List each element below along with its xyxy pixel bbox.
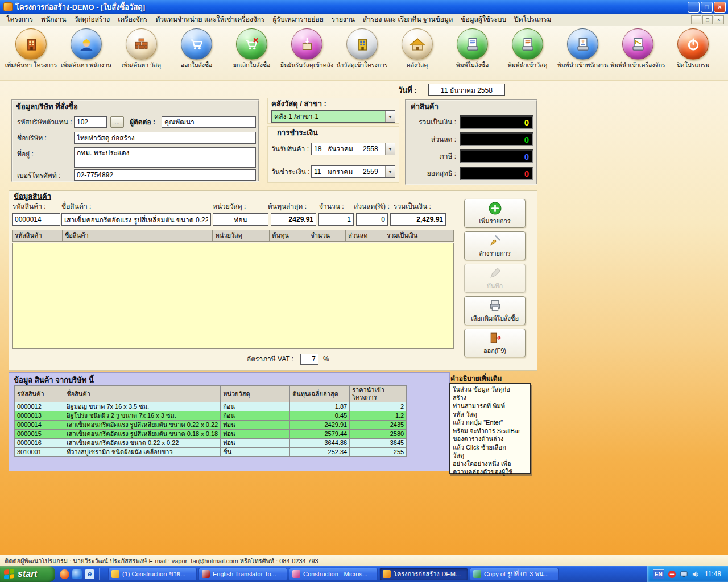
- order-items-body[interactable]: [12, 243, 454, 349]
- toolbar-add-search-project[interactable]: เพิ่ม/ค้นหา โครงการ: [3, 28, 59, 69]
- company-name-field[interactable]: [74, 132, 256, 144]
- toolbar-print-material-import[interactable]: พิมพ์นำเข้าวัสดุ: [500, 28, 555, 69]
- company-code-field[interactable]: [74, 116, 107, 128]
- company-products-title: ข้อมูล สินค้า จากบริษัท นี้: [14, 374, 94, 386]
- menu-close-program[interactable]: ปิดโปรแกรม: [510, 14, 555, 25]
- browse-company-button[interactable]: ...: [110, 116, 124, 128]
- taskbar-window-construction-app[interactable]: โครงการก่อสร้าง-DEM...: [379, 568, 468, 581]
- print-po-icon: [457, 28, 488, 60]
- menu-machine[interactable]: เครื่องจักร: [114, 14, 151, 25]
- internet-explorer-icon[interactable]: e: [85, 569, 94, 579]
- start-button[interactable]: start: [0, 566, 55, 582]
- date-field[interactable]: 11 ธันวาคม 2558: [428, 84, 505, 96]
- menu-report[interactable]: รายงาน: [328, 14, 359, 25]
- bricks-icon: [126, 28, 157, 60]
- toolbar-cancel-purchase-order[interactable]: ยกเลิกใบสั่งซื้อ: [224, 28, 279, 69]
- taskbar-window-image[interactable]: Copy of รูปที่ 01-3-พน...: [470, 568, 559, 581]
- menu-project[interactable]: โครงการ: [2, 14, 37, 25]
- messenger-icon[interactable]: [72, 569, 82, 579]
- vat-suffix: %: [323, 355, 329, 364]
- product-unit-field[interactable]: [213, 213, 268, 226]
- windows-flag-icon: [4, 569, 14, 579]
- main-content: วันที่ : 11 ธันวาคม 2558 ข้อมูลบริษัท ที…: [0, 81, 728, 555]
- print-machine-icon: [622, 28, 653, 60]
- receive-date-picker[interactable]: 18 ธันวาคม 2558 ▼: [311, 143, 395, 155]
- product-code-field[interactable]: [12, 213, 60, 226]
- exit-button[interactable]: ออก(F9): [464, 329, 526, 357]
- toolbar: เพิ่ม/ค้นหา โครงการ เพิ่ม/ค้นหา พนักงาน …: [0, 26, 728, 81]
- address-label: ที่อยู่ :: [17, 149, 34, 159]
- pay-date-picker[interactable]: 11 มกราคม 2559 ▼: [311, 165, 395, 178]
- phone-field[interactable]: [74, 169, 256, 181]
- product-total-field[interactable]: [390, 213, 446, 226]
- tray-monitor-icon[interactable]: [680, 570, 688, 579]
- language-indicator[interactable]: EN: [653, 569, 664, 579]
- chevron-down-icon[interactable]: ▼: [385, 143, 395, 155]
- menu-backup-restore[interactable]: สำรอง และ เรียกคืน ฐานข้อมูล: [359, 14, 457, 25]
- product-discount-field[interactable]: [356, 213, 388, 226]
- toolbar-add-search-employee[interactable]: เพิ่ม/ค้นหา พนักงาน: [59, 28, 114, 69]
- mdi-minimize-icon[interactable]: ─: [691, 15, 701, 24]
- chevron-down-icon[interactable]: ▼: [385, 111, 395, 122]
- mdi-restore-icon[interactable]: □: [702, 15, 713, 24]
- product-name-field[interactable]: [61, 213, 211, 226]
- browser-icon[interactable]: [60, 569, 69, 579]
- vat-field[interactable]: [300, 354, 318, 365]
- contact-field[interactable]: [162, 116, 256, 128]
- taskbar-clock[interactable]: 11:48: [705, 570, 721, 578]
- toolbar-confirm-receive-material[interactable]: ยืนยันรับวัสดุเข้าคลัง: [279, 28, 334, 69]
- product-cost-field[interactable]: [271, 213, 316, 226]
- menu-subcontractor[interactable]: ผู้รับเหมารายย่อย: [269, 14, 328, 25]
- menu-user-data[interactable]: ข้อมูลผู้ใช้ระบบ: [457, 14, 510, 25]
- totals-title: ค่าสินค้า: [411, 102, 439, 112]
- menu-dealer[interactable]: ตัวแทนจำหน่าย และให้เช่าเครื่องจักร: [152, 14, 269, 25]
- volume-icon[interactable]: [692, 570, 700, 579]
- chevron-down-icon[interactable]: ▼: [385, 166, 395, 177]
- minimize-icon[interactable]: ─: [688, 2, 700, 13]
- table-row[interactable]: 0000015 เสาเข็มคอนกรีตอัดแรง รูปสี่เหลี่…: [15, 430, 407, 439]
- product-qty-field[interactable]: [318, 213, 354, 226]
- add-item-button[interactable]: เพิ่มรายการ: [464, 199, 526, 228]
- toolbar-warehouse[interactable]: คลังวัสดุ: [390, 28, 445, 69]
- col-header-filler: [441, 230, 453, 242]
- table-row[interactable]: 0000013 อิฐโปร่ง ชนิดผิว 2 รู ขนาด 7x 16…: [15, 411, 407, 421]
- toolbar-material-to-project[interactable]: นำวัสดุเข้าโครงการ: [334, 28, 390, 69]
- tax-value: 0: [460, 149, 533, 163]
- power-icon: [677, 28, 709, 60]
- print-po-button[interactable]: เลือกพิมพ์ใบสั่งซื้อ: [464, 296, 526, 325]
- cart-cancel-icon: [236, 28, 267, 60]
- taskbar-window-access[interactable]: Construction - Micros...: [289, 568, 378, 581]
- toolbar-print-purchase-order[interactable]: พิมพ์ใบสั่งซื้อ: [445, 28, 500, 69]
- warehouse-select[interactable]: คลัง-1 /สาขา-1 ▼: [271, 110, 395, 123]
- building-icon: [15, 28, 47, 60]
- clear-items-button[interactable]: ล้างรายการ: [464, 231, 526, 260]
- taskbar-window-icon: [202, 570, 210, 578]
- menu-employee[interactable]: พนักงาน: [37, 14, 70, 25]
- taskbar-window-translator[interactable]: English Translator To...: [198, 568, 287, 581]
- col-header: ชื่อสินค้า: [62, 230, 213, 242]
- maximize-icon[interactable]: □: [701, 2, 713, 13]
- printer-icon: [488, 298, 502, 313]
- table-row[interactable]: 3010001 ที่วางสบู่เซรามิก ชนิดฝังผนัง เค…: [15, 448, 407, 457]
- table-row[interactable]: 0000012 อิฐมอญ ขนาด 7x 16 x 3.5 ซม. ก้อน…: [15, 402, 407, 411]
- toolbar-close-program[interactable]: ปิดโปรแกรม: [665, 28, 721, 69]
- broom-icon: [488, 234, 502, 248]
- table-row[interactable]: 0000014 เสาเข็มคอนกรีตอัดแรง รูปสี่เหลี่…: [15, 421, 407, 430]
- col-header: ส่วนลด: [346, 230, 384, 242]
- toolbar-add-search-material[interactable]: เพิ่ม/ค้นหา วัสดุ: [114, 28, 169, 69]
- table-header-row: รหัสสินค้า ชื่อสินค้า หน่วยวัสดุ ต้นทุนเ…: [15, 386, 407, 402]
- system-tray: EN 11:48: [647, 566, 728, 582]
- toolbar-issue-purchase-order[interactable]: ออกใบสั่งซื้อ: [169, 28, 224, 69]
- warehouse-title: คลังวัสดุ / สาขา :: [271, 99, 326, 109]
- tray-red-icon[interactable]: [668, 570, 676, 579]
- toolbar-print-employee-import[interactable]: พิมพ์นำเข้าพนักงาน: [555, 28, 610, 69]
- save-button[interactable]: บันทึก: [464, 264, 526, 293]
- table-row[interactable]: 0000016 เสาเข็มคอนกรีตอัดแรง ขนาด 0.22 x…: [15, 439, 407, 448]
- address-field[interactable]: กทม. พระประแดง: [74, 147, 256, 168]
- toolbar-print-machine-import[interactable]: พิมพ์นำเข้าเครื่องจักร: [610, 28, 665, 69]
- product-unit-label: หน่วยวัสดุ :: [213, 202, 246, 211]
- close-icon[interactable]: ×: [714, 2, 726, 13]
- mdi-close-icon[interactable]: ×: [714, 15, 724, 24]
- taskbar-window-construction-sale[interactable]: (1) Construction-ขาย...: [108, 568, 197, 581]
- menu-material[interactable]: วัสดุก่อสร้าง: [70, 14, 114, 25]
